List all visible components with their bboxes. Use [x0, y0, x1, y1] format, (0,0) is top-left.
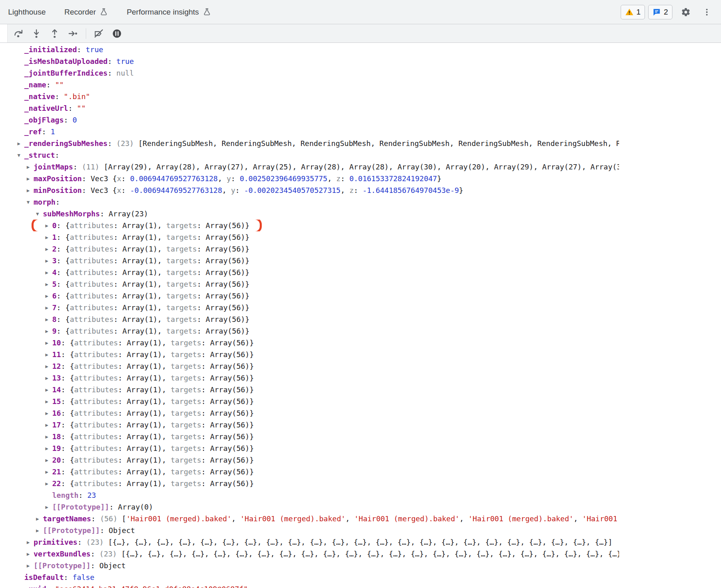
tree-row[interactable]: ▶11: {attributes: Array(1), targets: Arr…: [6, 349, 619, 360]
tree-row[interactable]: ▶3: {attributes: Array(1), targets: Arra…: [6, 255, 619, 267]
tree-row[interactable]: ▶4: {attributes: Array(1), targets: Arra…: [6, 267, 619, 278]
tree-row[interactable]: ▶21: {attributes: Array(1), targets: Arr…: [6, 466, 619, 478]
tree-row[interactable]: ▼_struct:: [6, 149, 619, 161]
property-value-segment: 0.016153372824192047: [349, 174, 437, 183]
tree-row[interactable]: ▶9: {attributes: Array(1), targets: Arra…: [6, 325, 619, 337]
tree-row[interactable]: ▶6: {attributes: Array(1), targets: Arra…: [6, 290, 619, 302]
tree-row[interactable]: ▶_renderingSubMeshes: (23) [RenderingSub…: [6, 137, 619, 149]
expand-arrow-icon[interactable]: ▶: [45, 372, 52, 384]
expand-arrow-icon[interactable]: ▶: [45, 501, 52, 513]
more-options-button[interactable]: [699, 4, 715, 20]
expand-arrow-icon[interactable]: ▶: [45, 267, 52, 278]
tree-row[interactable]: ▶5: {attributes: Array(1), targets: Arra…: [6, 278, 619, 290]
expand-arrow-icon[interactable]: ▶: [27, 161, 34, 173]
expand-arrow-icon[interactable]: ▶: [45, 455, 52, 466]
expand-arrow-icon[interactable]: ▶: [45, 466, 52, 478]
expand-arrow-icon[interactable]: ▶: [45, 337, 52, 349]
tree-row[interactable]: ▶minPosition: Vec3 {x: -0.00694476952776…: [6, 184, 619, 196]
property-value-segment: attributes: [74, 374, 118, 382]
tree-row[interactable]: ▶13: {attributes: Array(1), targets: Arr…: [6, 372, 619, 384]
expand-arrow-icon[interactable]: ▶: [27, 560, 34, 571]
property-value-segment: null: [117, 69, 134, 77]
tree-row[interactable]: ▶targetNames: (56) ['Hair001 (merged).ba…: [6, 513, 619, 525]
expand-arrow-icon[interactable]: ▶: [45, 349, 52, 360]
property-value-segment: attributes: [74, 467, 118, 476]
tree-row-content: ▶12: {attributes: Array(1), targets: Arr…: [45, 360, 254, 372]
tree-row[interactable]: ▶primitives: (23) [{…}, {…}, {…}, {…}, {…: [6, 536, 619, 548]
tree-row[interactable]: ▶14: {attributes: Array(1), targets: Arr…: [6, 384, 619, 396]
tree-row[interactable]: ▶7: {attributes: Array(1), targets: Arra…: [6, 302, 619, 313]
expand-arrow-icon[interactable]: ▶: [45, 431, 52, 442]
expand-arrow-icon[interactable]: ▶: [45, 220, 52, 231]
step-into-button[interactable]: [29, 26, 44, 41]
tree-row-content: _objFlags: 0: [17, 114, 77, 126]
tree-row[interactable]: ▶19: {attributes: Array(1), targets: Arr…: [6, 442, 619, 454]
colon: :: [68, 104, 77, 112]
tree-row[interactable]: ▶2: {attributes: Array(1), targets: Arra…: [6, 243, 619, 255]
expand-arrow-icon[interactable]: ▶: [45, 279, 52, 290]
tab-lighthouse[interactable]: Lighthouse: [8, 8, 46, 17]
expand-arrow-icon[interactable]: ▶: [45, 384, 52, 396]
expand-arrow-icon[interactable]: ▶: [45, 443, 52, 454]
tree-row[interactable]: ▶vertexBundles: (23) [{…}, {…}, {…}, {…}…: [6, 548, 619, 560]
tree-row[interactable]: ▶12: {attributes: Array(1), targets: Arr…: [6, 360, 619, 372]
expand-arrow-icon[interactable]: ▶: [45, 326, 52, 337]
deactivate-breakpoints-button[interactable]: [91, 26, 106, 41]
tree-row[interactable]: ▶10: {attributes: Array(1), targets: Arr…: [6, 337, 619, 349]
expand-arrow-icon[interactable]: ▶: [45, 290, 52, 302]
property-value-segment: 0.002502396469935775: [240, 174, 327, 183]
expand-arrow-icon[interactable]: ▶: [45, 314, 52, 325]
step-button[interactable]: [65, 26, 81, 41]
tree-row[interactable]: ▶jointMaps: (11) [Array(29), Array(28), …: [6, 161, 619, 173]
tree-row[interactable]: ▶16: {attributes: Array(1), targets: Arr…: [6, 407, 619, 419]
step-out-button[interactable]: [47, 26, 62, 41]
expand-arrow-icon[interactable]: ▶: [36, 525, 43, 536]
expand-arrow-icon[interactable]: ▶: [27, 185, 34, 196]
collapse-arrow-icon[interactable]: ▼: [36, 208, 43, 220]
expand-arrow-icon[interactable]: ▶: [45, 302, 52, 313]
tree-row[interactable]: ▶20: {attributes: Array(1), targets: Arr…: [6, 454, 619, 466]
expand-arrow-icon[interactable]: ▶: [45, 419, 52, 431]
tree-row[interactable]: ▶[[Prototype]]: Object: [6, 560, 619, 571]
expand-arrow-icon[interactable]: ▶: [27, 537, 34, 548]
tab-performance-insights[interactable]: Performance insights: [127, 8, 211, 17]
property-value-segment: : Array(1),: [114, 327, 166, 335]
collapse-arrow-icon[interactable]: ▼: [17, 150, 24, 161]
expand-arrow-icon[interactable]: ▶: [27, 548, 34, 560]
tree-row[interactable]: ▼morph:: [6, 196, 619, 208]
expand-arrow-icon[interactable]: ▶: [45, 396, 52, 407]
expand-arrow-icon[interactable]: ▶: [45, 243, 52, 255]
pause-on-exceptions-button[interactable]: [109, 26, 125, 41]
tree-row[interactable]: ▶18: {attributes: Array(1), targets: Arr…: [6, 431, 619, 442]
tree-row: _isMeshDataUploaded: true: [6, 55, 619, 67]
property-value-segment: : Array(56)}: [201, 444, 254, 453]
expand-arrow-icon[interactable]: ▶: [45, 361, 52, 372]
tree-row[interactable]: ▶0: {attributes: Array(1), targets: Arra…: [6, 220, 619, 231]
tree-row[interactable]: ▶8: {attributes: Array(1), targets: Arra…: [6, 313, 619, 325]
tree-row[interactable]: ▶15: {attributes: Array(1), targets: Arr…: [6, 396, 619, 407]
warnings-badge[interactable]: 1: [621, 5, 645, 19]
property-name: 19: [52, 444, 61, 453]
expand-arrow-icon[interactable]: ▶: [45, 255, 52, 267]
expand-arrow-icon[interactable]: ▶: [45, 478, 52, 489]
collapse-arrow-icon[interactable]: ▼: [27, 197, 34, 208]
expand-arrow-icon[interactable]: ▶: [17, 138, 24, 149]
colon: :: [42, 127, 51, 136]
console-object-inspector[interactable]: _initialized: true_isMeshDataUploaded: t…: [0, 43, 721, 588]
tree-row[interactable]: ▶17: {attributes: Array(1), targets: Arr…: [6, 419, 619, 431]
expand-arrow-icon[interactable]: ▶: [45, 408, 52, 419]
expand-arrow-icon[interactable]: ▶: [45, 232, 52, 243]
expand-arrow-icon[interactable]: ▶: [27, 173, 34, 184]
tree-row[interactable]: ▶22: {attributes: Array(1), targets: Arr…: [6, 478, 619, 489]
tree-row[interactable]: ▶[[Prototype]]: Object: [6, 525, 619, 536]
issues-badge[interactable]: 2: [648, 5, 672, 19]
expand-arrow-icon[interactable]: ▶: [36, 513, 43, 525]
step-over-button[interactable]: [11, 26, 26, 41]
tree-row-content: length: 23: [45, 489, 96, 501]
tree-row[interactable]: ▶maxPosition: Vec3 {x: 0.006944769527763…: [6, 173, 619, 184]
tree-row[interactable]: ▼subMeshMorphs: Array(23): [6, 208, 619, 220]
settings-button[interactable]: [678, 4, 693, 20]
tree-row[interactable]: ▶[[Prototype]]: Array(0): [6, 501, 619, 513]
tree-row[interactable]: ▶1: {attributes: Array(1), targets: Arra…: [6, 231, 619, 243]
tab-recorder[interactable]: Recorder: [64, 8, 108, 17]
